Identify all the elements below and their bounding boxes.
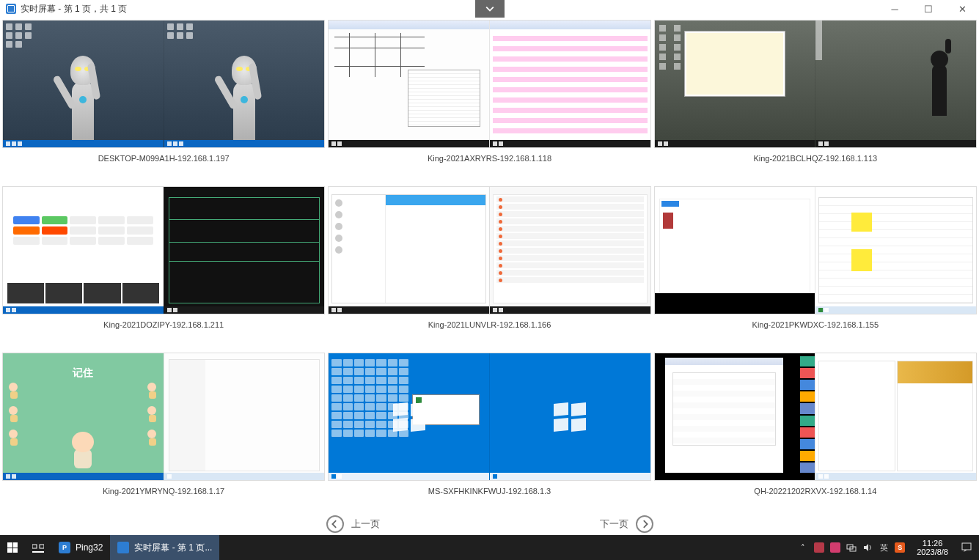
screen-cell: DESKTOP-M099A1H-192.168.1.197 xyxy=(2,20,325,183)
screen-thumbnail[interactable] xyxy=(328,353,650,481)
prev-label: 上一页 xyxy=(351,517,380,531)
screen-cell: QH-20221202RXVX-192.168.1.14 xyxy=(654,353,977,516)
screen-cell: King-2021LUNVLR-192.168.1.166 xyxy=(328,186,650,350)
screen-cell: 记住 King-2021YMRYNQ-192.168.1.17 xyxy=(2,353,325,516)
ping32-icon: P xyxy=(59,542,70,553)
close-button[interactable]: ✕ xyxy=(945,0,979,18)
windows-icon xyxy=(7,542,18,553)
window-title: 实时屏幕 - 第 1 页，共 1 页 xyxy=(21,3,127,15)
tray-app-icon[interactable] xyxy=(830,542,840,553)
screen-thumbnail[interactable] xyxy=(654,186,977,314)
screen-thumbnail[interactable] xyxy=(328,186,650,314)
notification-icon xyxy=(961,542,972,553)
ime-indicator[interactable]: 英 xyxy=(879,542,889,553)
next-page-button[interactable]: 下一页 xyxy=(600,515,653,533)
taskbar-clock[interactable]: 11:26 2023/8/8 xyxy=(911,539,954,556)
title-dropdown-button[interactable] xyxy=(475,0,505,18)
taskbar-app-ping32[interactable]: P Ping32 xyxy=(51,535,110,560)
task-view-button[interactable] xyxy=(25,535,51,560)
titlebar: 实时屏幕 - 第 1 页，共 1 页 ─ ☐ ✕ xyxy=(0,0,979,18)
screen-label: QH-20221202RXVX-192.168.1.14 xyxy=(654,481,977,504)
taskbar: P Ping32 实时屏幕 - 第 1 页... ˄ 英 S 11:26 202… xyxy=(0,535,979,560)
clock-time: 11:26 xyxy=(917,539,948,548)
cartoon-title: 记住 xyxy=(73,366,93,380)
screen-label: DESKTOP-M099A1H-192.168.1.197 xyxy=(2,148,325,172)
taskbar-app-label: Ping32 xyxy=(76,542,103,553)
tray-chevron-icon[interactable]: ˄ xyxy=(798,542,808,553)
screen-thumbnail[interactable] xyxy=(2,186,325,314)
action-center-button[interactable] xyxy=(954,542,979,553)
network-icon[interactable] xyxy=(846,542,857,553)
screen-thumbnail[interactable]: 记住 xyxy=(2,353,325,481)
volume-icon[interactable] xyxy=(862,542,873,553)
screen-grid: DESKTOP-M099A1H-192.168.1.197 King-2021A… xyxy=(0,18,979,516)
chevron-down-icon xyxy=(485,4,494,13)
svg-rect-5 xyxy=(962,543,971,550)
screen-thumbnail[interactable] xyxy=(654,20,977,148)
screen-label: King-2021BCLHQZ-192.168.1.113 xyxy=(654,148,977,172)
screen-cell: King-2021PKWDXC-192.168.1.155 xyxy=(654,186,977,350)
minimize-button[interactable]: ─ xyxy=(878,0,912,18)
sogou-ime-icon[interactable]: S xyxy=(895,542,905,553)
svg-rect-2 xyxy=(32,551,44,553)
screen-cell: MS-SXFHKINKFWUJ-192.168.1.3 xyxy=(328,353,650,516)
prev-page-button[interactable]: 上一页 xyxy=(326,515,380,533)
svg-rect-0 xyxy=(32,545,37,548)
window-controls: ─ ☐ ✕ xyxy=(878,0,979,18)
screen-label: King-2021AXRYRS-192.168.1.118 xyxy=(328,148,650,172)
screen-thumbnail[interactable] xyxy=(654,353,977,481)
next-label: 下一页 xyxy=(600,517,628,531)
screen-cell: King-2021DOZIPY-192.168.1.211 xyxy=(2,186,325,350)
clock-date: 2023/8/8 xyxy=(917,548,948,556)
screen-label: King-2021PKWDXC-192.168.1.155 xyxy=(654,314,977,338)
screen-label: King-2021DOZIPY-192.168.1.211 xyxy=(2,314,325,338)
taskbar-app-label: 实时屏幕 - 第 1 页... xyxy=(134,542,212,554)
screen-thumbnail[interactable] xyxy=(2,20,325,148)
svg-rect-1 xyxy=(40,545,44,548)
screen-cell: King-2021BCLHQZ-192.168.1.113 xyxy=(654,20,977,183)
system-tray: ˄ 英 S xyxy=(792,542,911,553)
start-button[interactable] xyxy=(0,535,25,560)
monitor-icon xyxy=(117,542,129,553)
pager: 上一页 下一页 xyxy=(0,513,979,535)
maximize-button[interactable]: ☐ xyxy=(912,0,945,18)
screen-cell: King-2021AXRYRS-192.168.1.118 xyxy=(328,20,650,183)
app-icon xyxy=(6,4,16,14)
screen-label: King-2021LUNVLR-192.168.1.166 xyxy=(328,314,650,338)
arrow-left-icon xyxy=(326,515,344,533)
task-view-icon xyxy=(32,542,44,553)
screen-label: MS-SXFHKINKFWUJ-192.168.1.3 xyxy=(328,481,650,504)
arrow-right-icon xyxy=(636,515,653,533)
tray-app-icon[interactable] xyxy=(814,542,824,553)
taskbar-app-realtime[interactable]: 实时屏幕 - 第 1 页... xyxy=(110,535,219,560)
screen-label: King-2021YMRYNQ-192.168.1.17 xyxy=(2,481,325,504)
screen-thumbnail[interactable] xyxy=(328,20,650,148)
